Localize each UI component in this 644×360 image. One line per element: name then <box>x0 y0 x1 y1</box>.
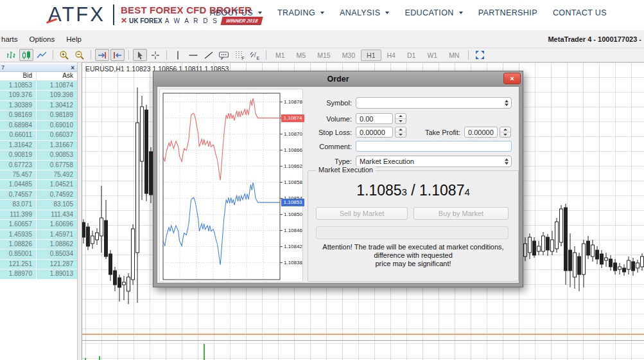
ask-column-header[interactable]: Ask <box>37 72 77 80</box>
bid-column-header[interactable]: Bid <box>0 72 37 80</box>
market-watch-row[interactable]: 0.677230.67758 <box>0 161 77 170</box>
type-select[interactable]: Market Execution <box>356 156 512 167</box>
timeframe-mn[interactable]: MN <box>443 50 465 61</box>
market-watch-row[interactable]: 0.660110.66037 <box>0 130 77 140</box>
tick-axis-label: 1.10846 <box>284 228 302 233</box>
market-watch-row[interactable]: 0.850010.85034 <box>0 249 77 259</box>
timeframe-d1[interactable]: D1 <box>401 50 421 61</box>
nav-item-trading[interactable]: TRADING <box>277 8 324 17</box>
market-watch-row[interactable]: 75.45775.492 <box>0 170 77 180</box>
toolbar-separator <box>128 50 129 60</box>
ask-value: 0.85034 <box>37 249 77 258</box>
nav-item-partnership[interactable]: PARTNERSHIP <box>478 8 537 17</box>
market-watch-row[interactable]: 83.07183.105 <box>0 200 77 210</box>
volume-stepper[interactable] <box>395 113 406 124</box>
text-label-icon[interactable] <box>217 49 231 61</box>
volume-input[interactable] <box>356 113 393 124</box>
dropdown-arrows-icon[interactable] <box>505 100 509 106</box>
market-watch-row[interactable]: 1.606571.60696 <box>0 220 77 230</box>
ask-value: 1.45971 <box>37 230 77 239</box>
timeframe-m15[interactable]: M15 <box>311 50 336 61</box>
fibonacci-icon[interactable]: F <box>232 49 247 61</box>
market-watch-row[interactable]: 0.908190.90853 <box>0 150 77 160</box>
ask-value: 75.492 <box>37 170 77 179</box>
timeframe-m5[interactable]: M5 <box>291 50 312 61</box>
timeframe-h4[interactable]: H4 <box>381 50 401 61</box>
bid-value: 0.74557 <box>0 190 37 199</box>
menu-item-harts[interactable]: harts <box>1 35 18 43</box>
zoom-in-icon[interactable] <box>57 49 71 61</box>
timeframe-h1[interactable]: H1 <box>361 50 381 61</box>
line-chart-icon[interactable] <box>35 49 49 61</box>
market-watch-header: Bid Ask <box>0 72 77 81</box>
take-profit-input[interactable] <box>464 127 498 138</box>
nav-item-education[interactable]: EDUCATION <box>405 8 462 17</box>
take-profit-label: Take Profit: <box>376 129 460 136</box>
nav-item-contact-us[interactable]: CONTACT US <box>553 8 607 17</box>
menu-item-options[interactable]: Options <box>30 35 55 43</box>
indicators-icon[interactable]: fE <box>248 49 262 61</box>
panel-splitter[interactable] <box>77 62 82 360</box>
cursor-icon[interactable] <box>133 49 147 61</box>
auto-scroll-icon[interactable] <box>95 49 109 61</box>
execution-status-bar <box>316 226 509 239</box>
symbol-select[interactable] <box>356 97 512 109</box>
bar-chart-icon[interactable] <box>4 49 18 61</box>
crosshair-icon[interactable] <box>148 49 162 61</box>
sell-by-market-button[interactable]: Sell by Market <box>316 207 408 220</box>
order-dialog-titlebar[interactable]: Order <box>153 71 523 86</box>
market-watch-close-icon[interactable]: × <box>71 65 74 71</box>
timeframe-w1[interactable]: W1 <box>421 50 443 61</box>
horizontal-line-icon[interactable] <box>186 49 200 61</box>
menu-item-help[interactable]: Help <box>66 35 82 43</box>
vertical-line-icon[interactable] <box>171 49 185 61</box>
ask-value: 109.398 <box>37 91 77 100</box>
nav-item-about-us[interactable]: ABOUT US <box>210 8 262 17</box>
timeframe-m30[interactable]: M30 <box>336 50 361 61</box>
market-watch-row[interactable]: 121.251121.287 <box>0 260 77 269</box>
market-execution-legend: Market Execution <box>316 166 376 174</box>
ask-value: 1.10874 <box>37 81 77 90</box>
comment-input[interactable] <box>356 141 512 152</box>
market-watch-row[interactable]: 1.088261.08862 <box>0 240 77 249</box>
market-watch-row[interactable]: 0.981690.98189 <box>0 111 77 120</box>
ask-value: 0.66037 <box>37 130 77 140</box>
bid-value: 75.457 <box>0 170 37 179</box>
type-label: Type: <box>273 158 352 165</box>
bid-value: 1.88970 <box>0 269 37 278</box>
timeframe-m1[interactable]: M1 <box>270 50 291 61</box>
chevron-down-icon <box>385 12 389 14</box>
market-watch-row[interactable]: 0.745570.74592 <box>0 190 77 200</box>
ask-value: 0.67758 <box>37 161 77 170</box>
chart-shift-icon[interactable] <box>110 49 125 61</box>
market-watch-row[interactable]: 111.399111.434 <box>0 210 77 220</box>
market-watch-row[interactable]: 1.044851.04521 <box>0 180 77 190</box>
ask-value: 1.31667 <box>37 141 77 150</box>
zoom-out-icon[interactable] <box>73 49 87 61</box>
bid-price-badge: 1.10853 <box>281 199 304 206</box>
market-watch-row[interactable]: 1.889701.89013 <box>0 269 77 279</box>
candlestick-chart-icon[interactable] <box>19 49 33 61</box>
bid-value: 83.071 <box>0 200 37 209</box>
nav-item-analysis[interactable]: ANALYSIS <box>340 8 389 17</box>
tick-axis-label: 1.10838 <box>284 260 302 266</box>
market-watch-row[interactable]: 1.316421.31667 <box>0 141 77 150</box>
order-dialog: Order × 1.108781.108741.108701.108661.10… <box>153 71 523 287</box>
trend-line-icon[interactable] <box>202 49 216 61</box>
logo-divider <box>113 4 114 25</box>
chevron-down-icon <box>459 12 463 14</box>
market-watch-row[interactable]: 1.303891.30412 <box>0 101 77 111</box>
market-watch-row[interactable]: 1.108531.10874 <box>0 81 77 91</box>
expand-window-icon[interactable] <box>473 49 487 61</box>
market-watch-titlebar[interactable]: 7 × <box>0 64 77 72</box>
chevron-down-icon <box>258 12 262 14</box>
buy-by-market-button[interactable]: Buy by Market <box>413 207 509 220</box>
market-watch-row[interactable]: 0.689840.69010 <box>0 121 77 130</box>
toolbar-separator <box>468 50 469 60</box>
menu-bar: hartsOptionsHelp MetaTrader 4 - 10001770… <box>0 30 644 48</box>
market-watch-row[interactable]: 1.459351.45971 <box>0 230 77 240</box>
dropdown-arrows-icon[interactable] <box>505 158 509 165</box>
order-dialog-close-button[interactable]: × <box>503 73 521 84</box>
take-profit-stepper[interactable] <box>500 127 511 138</box>
market-watch-row[interactable]: 109.376109.398 <box>0 91 77 100</box>
